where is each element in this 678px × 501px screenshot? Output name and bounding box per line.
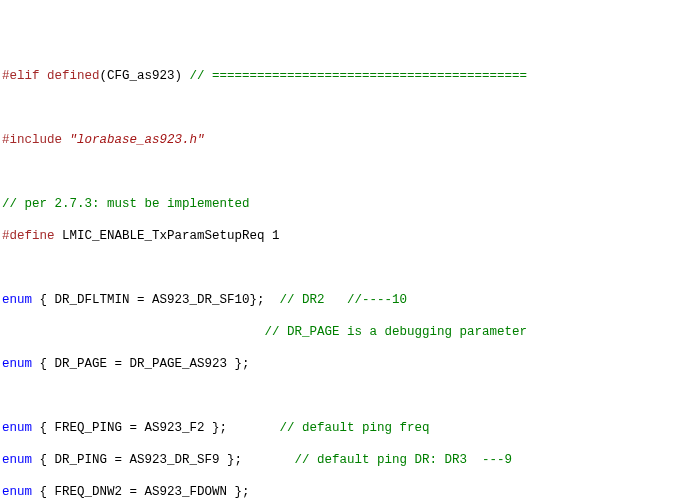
string: "lorabase_as923.h" [70,133,205,147]
blank-line [2,100,676,116]
enum-body: { FREQ_DNW2 = AS923_FDOWN }; [32,485,250,499]
blank-line [2,164,676,180]
enum-body: { DR_PAGE = DR_PAGE_AS923 }; [32,357,250,371]
keyword: enum [2,453,32,467]
code-line: #define LMIC_ENABLE_TxParamSetupReq 1 [2,228,676,244]
keyword: enum [2,357,32,371]
code-line: #include "lorabase_as923.h" [2,132,676,148]
keyword: enum [2,293,32,307]
pad [2,325,265,339]
enum-body: { FREQ_PING = AS923_F2 }; [32,421,280,435]
preproc: #elif defined [2,69,100,83]
keyword: enum [2,485,32,499]
comment: // DR_PAGE is a debugging parameter [265,325,528,339]
code-line: // per 2.7.3: must be implemented [2,196,676,212]
enum-body: { DR_DFLTMIN = AS923_DR_SF10}; [32,293,280,307]
preproc: #include [2,133,70,147]
define-body: LMIC_ENABLE_TxParamSetupReq 1 [62,229,280,243]
blank-line [2,260,676,276]
comment: // default ping DR: DR3 ---9 [295,453,513,467]
code-line: enum { FREQ_DNW2 = AS923_FDOWN }; [2,484,676,500]
comment: // DR2 //----10 [280,293,408,307]
keyword: enum [2,421,32,435]
code-line: enum { DR_DFLTMIN = AS923_DR_SF10}; // D… [2,292,676,308]
code-line: enum { DR_PAGE = DR_PAGE_AS923 }; [2,356,676,372]
comment: // default ping freq [280,421,430,435]
comment: // =====================================… [182,69,527,83]
code-line: // DR_PAGE is a debugging parameter [2,324,676,340]
preproc: #define [2,229,62,243]
blank-line [2,388,676,404]
comment: // per 2.7.3: must be implemented [2,197,250,211]
code-line: enum { FREQ_PING = AS923_F2 }; // defaul… [2,420,676,436]
enum-body: { DR_PING = AS923_DR_SF9 }; [32,453,295,467]
preproc-arg: (CFG_as923) [100,69,183,83]
code-line: #elif defined(CFG_as923) // ============… [2,68,676,84]
code-line: enum { DR_PING = AS923_DR_SF9 }; // defa… [2,452,676,468]
